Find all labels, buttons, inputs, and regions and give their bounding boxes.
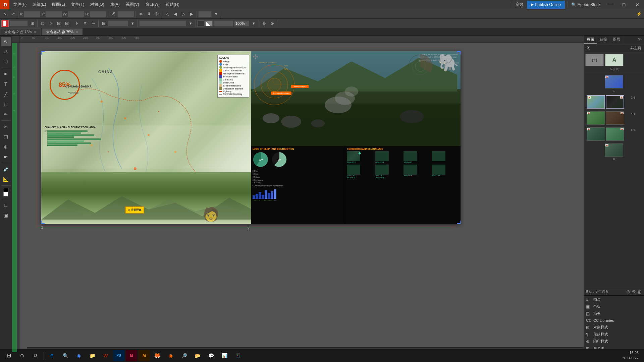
rotate-input[interactable] (117, 11, 134, 17)
gradient-tool[interactable]: ◫ (1, 132, 11, 141)
panel-tab-pages[interactable]: 页面 (584, 36, 597, 44)
app3-btn[interactable]: 📱 (232, 350, 244, 361)
page-thumb-6[interactable]: A (587, 127, 605, 141)
page-thumb-2[interactable]: A (587, 95, 605, 109)
stroke-color-swatch[interactable] (205, 20, 213, 26)
view-mode-normal[interactable]: □ (1, 200, 11, 210)
panel-section-stroke[interactable]: ≡ 描边 (584, 296, 644, 303)
frame-ellipse-icon[interactable]: ○ (47, 20, 54, 27)
doc-tab-1[interactable]: 未命名-2 @ 75% ✕ (0, 28, 41, 35)
y-input[interactable] (45, 11, 62, 17)
flip-h-icon[interactable]: ⇔ (137, 10, 145, 18)
photoshop-btn[interactable]: PS (113, 350, 124, 361)
panel-section-cc[interactable]: Cc CC Libraries (584, 317, 644, 324)
adobe-stock-btn[interactable]: 🔍 Adobe Stock (568, 2, 604, 8)
zoom-input[interactable]: 75% (198, 11, 212, 17)
menu-table[interactable]: 表(A) (108, 1, 122, 8)
stroke-width-input[interactable]: 0.283 (9, 20, 28, 26)
delete-page-btn[interactable]: 🗑 (637, 289, 642, 294)
h-input[interactable] (90, 11, 106, 17)
page-tool[interactable]: ☐ (1, 57, 11, 66)
frame-measure-icon[interactable]: ⊟ (63, 20, 70, 27)
shear-icon[interactable]: ⌱ (153, 10, 161, 18)
prev-page-icon[interactable]: ◁ (164, 10, 171, 18)
type-tool[interactable]: T (1, 79, 11, 89)
opacity-dropdown-icon[interactable]: ▾ (250, 20, 257, 27)
app2-btn[interactable]: 📊 (218, 350, 230, 361)
panel-tab-layers[interactable]: 图层 (610, 36, 623, 44)
doc-tab-2[interactable]: 未命名-3 @ 75% ✕ (42, 28, 83, 35)
folder-btn[interactable]: 📁 (86, 350, 98, 361)
stroke-unit-icon[interactable]: ⊞ (29, 20, 36, 27)
panel-section-para-styles[interactable]: ¶ 段落样式 (584, 331, 644, 338)
menu-help[interactable]: 帮助(H) (163, 1, 182, 8)
page-thumb-8[interactable]: A 8 (605, 143, 623, 161)
menu-view[interactable]: 视图(V) (123, 1, 142, 8)
line-tool[interactable]: ╱ (1, 89, 11, 99)
select-tool-icon[interactable]: ↖ (1, 10, 9, 18)
frame-style-dropdown-icon[interactable]: ▾ (187, 20, 194, 27)
doc-tab-2-close[interactable]: ✕ (75, 30, 78, 34)
close-button[interactable]: ✕ (631, 0, 644, 9)
panel-section-trap-styles[interactable]: ⊕ 陷印样式 (584, 338, 644, 345)
doc-tab-1-close[interactable]: ✕ (34, 30, 37, 34)
none-master[interactable]: [无] (585, 54, 604, 71)
corner-handle-tl[interactable] (41, 51, 45, 55)
panel-tab-links[interactable]: 链接 (597, 36, 610, 44)
menu-file[interactable]: 文件(F) (11, 1, 29, 8)
page-thumb-3[interactable]: A (606, 95, 624, 109)
illustrator-btn[interactable]: Ai (139, 350, 150, 361)
firefox-btn[interactable]: 🦊 (151, 350, 163, 361)
align-left-icon[interactable]: ⊧ (73, 20, 81, 27)
panel-expand-btn[interactable]: ≫ (636, 36, 644, 44)
last-page-icon[interactable]: ▶ (188, 10, 195, 18)
frame-fit-icon[interactable]: ⊞ (55, 20, 62, 27)
frame-style-input[interactable]: 基本矩形框架 (139, 20, 186, 26)
search3-btn[interactable]: 🔎 (178, 350, 190, 361)
canvas-area[interactable]: 0 50 100 150 200 250 300 350 400 450 0 1… (12, 36, 584, 352)
menu-layout[interactable]: 版面(L) (49, 1, 68, 8)
pencil-tool[interactable]: ✏ (1, 110, 11, 119)
opacity-input[interactable] (234, 20, 249, 26)
frame-rect-icon[interactable]: □ (39, 20, 46, 27)
browser2-btn[interactable]: ◉ (165, 350, 177, 361)
edge-btn[interactable]: e (46, 350, 58, 361)
minimize-button[interactable]: ─ (604, 0, 617, 9)
eyedropper-tool[interactable]: 💉 (1, 165, 11, 174)
maximize-button[interactable]: □ (617, 0, 631, 9)
panel-section-object-styles[interactable]: ⊟ 对象样式 (584, 324, 644, 331)
search2-btn[interactable]: 🔍 (59, 350, 71, 361)
flip-v-icon[interactable]: ⇕ (145, 10, 153, 18)
stroke-indicator[interactable] (3, 192, 8, 196)
hand-tool[interactable]: ☛ (1, 152, 11, 162)
panel-section-swatches[interactable]: ▣ 色板 (584, 303, 644, 310)
chrome-btn[interactable]: ◉ (73, 350, 85, 361)
lightning-icon[interactable]: ⚡ (635, 10, 643, 18)
effects2-icon[interactable]: ⊗ (268, 20, 276, 27)
high-quality-btn[interactable]: 高效 (512, 1, 527, 8)
grid-value-input[interactable]: 5 毫米 (108, 20, 128, 26)
x-input[interactable] (24, 11, 41, 17)
page-settings-btn[interactable]: ⚙ (632, 289, 636, 294)
indesign-btn[interactable]: Id (126, 350, 137, 361)
grid-icon[interactable]: ⊞ (100, 20, 107, 27)
view-mode-preview[interactable]: ▣ (1, 210, 11, 220)
color-bar[interactable] (213, 20, 233, 26)
menu-object[interactable]: 对象(O) (88, 1, 107, 8)
zoom-down-icon[interactable]: ▾ (212, 10, 220, 18)
publish-online-button[interactable]: ▶ Publish Online (527, 1, 565, 9)
page-thumb-4[interactable]: A (587, 111, 605, 125)
corner-handle-bl[interactable] (41, 221, 45, 224)
measure-tool[interactable]: 📐 (1, 175, 11, 184)
page-spread[interactable]: 85% LEGEND Village River Land elephant c… (41, 51, 461, 224)
scissors-tool[interactable]: ✂ (1, 122, 11, 131)
new-page-btn[interactable]: ⊕ (626, 289, 630, 294)
files-btn[interactable]: 📂 (192, 350, 204, 361)
corner-handle-br[interactable] (457, 221, 461, 224)
stroke-color-icon[interactable]: ▊ (1, 20, 9, 27)
page-thumb-7[interactable]: A (606, 127, 624, 141)
next-page-icon[interactable]: ▷ (180, 10, 187, 18)
close-section-btn[interactable]: 闭 (585, 45, 592, 51)
menu-text[interactable]: 文字(T) (68, 1, 87, 8)
a-master[interactable]: A A-主页 (605, 54, 624, 71)
